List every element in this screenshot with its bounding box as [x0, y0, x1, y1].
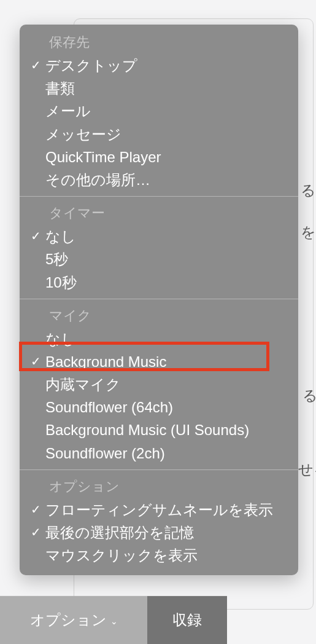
bg-fragment: る	[303, 386, 316, 406]
menu-item-label: 最後の選択部分を記憶	[45, 521, 290, 544]
bg-fragment: を	[301, 222, 316, 242]
menu-item-mic-soundflower-64[interactable]: Soundflower (64ch)	[20, 396, 298, 418]
menu-item-remember-selection[interactable]: ✓ 最後の選択部分を記憶	[20, 521, 298, 544]
menu-item-label: なし	[45, 225, 290, 248]
menu-item-label: メッセージ	[45, 123, 290, 146]
menu-item-label: 10秒	[45, 271, 290, 294]
menu-item-label: 5秒	[45, 248, 290, 270]
menu-item-mic-soundflower-2[interactable]: Soundflower (2ch)	[20, 442, 298, 465]
chevron-down-icon: ⌄	[110, 616, 118, 626]
menu-item-mic-none[interactable]: なし	[20, 328, 298, 350]
checkmark-icon: ✓	[31, 500, 45, 519]
record-button-label: 収録	[172, 610, 202, 630]
section-title-microphone: マイク	[49, 307, 298, 325]
menu-item-timer-5s[interactable]: 5秒	[20, 248, 298, 270]
menu-item-documents[interactable]: 書類	[20, 77, 298, 100]
menu-item-label: フローティングサムネールを表示	[45, 498, 290, 521]
checkmark-icon: ✓	[31, 523, 45, 542]
menu-item-label: 書類	[45, 77, 290, 100]
section-timer: タイマー ✓ なし 5秒 10秒	[20, 196, 298, 299]
menu-item-timer-10s[interactable]: 10秒	[20, 271, 298, 294]
section-microphone: マイク なし ✓ Background Music 内蔵マイク Soundflo…	[20, 299, 298, 469]
menu-item-floating-thumbnail[interactable]: ✓ フローティングサムネールを表示	[20, 498, 298, 521]
menu-item-other-location[interactable]: その他の場所…	[20, 168, 298, 191]
menu-item-label: その他の場所…	[45, 168, 290, 191]
bg-fragment: せる	[298, 460, 316, 479]
menu-item-label: Background Music	[45, 350, 290, 373]
section-title-options: オプション	[49, 477, 298, 496]
menu-item-mic-bgm-ui-sounds[interactable]: Background Music (UI Sounds)	[20, 418, 298, 441]
menu-item-timer-none[interactable]: ✓ なし	[20, 225, 298, 248]
menu-item-label: なし	[45, 328, 290, 350]
checkmark-icon: ✓	[31, 56, 45, 75]
menu-item-label: Soundflower (64ch)	[45, 396, 290, 418]
section-title-save-to: 保存先	[49, 33, 298, 52]
menu-item-label: QuickTime Player	[45, 146, 290, 168]
menu-item-label: Background Music (UI Sounds)	[45, 418, 290, 441]
options-button-label: オプション	[30, 610, 107, 630]
menu-item-label: 内蔵マイク	[45, 373, 290, 396]
menu-item-messages[interactable]: メッセージ	[20, 123, 298, 146]
checkmark-icon: ✓	[31, 352, 45, 371]
checkmark-icon: ✓	[31, 227, 45, 246]
menu-item-mic-internal[interactable]: 内蔵マイク	[20, 373, 298, 396]
menu-item-label: マウスクリックを表示	[45, 544, 290, 567]
record-button[interactable]: 収録	[147, 596, 227, 644]
menu-item-desktop[interactable]: ✓ デスクトップ	[20, 54, 298, 77]
menu-item-label: メール	[45, 100, 290, 122]
menu-item-mail[interactable]: メール	[20, 100, 298, 122]
section-save-to: 保存先 ✓ デスクトップ 書類 メール メッセージ QuickTime Play…	[20, 28, 298, 196]
section-title-timer: タイマー	[49, 204, 298, 222]
menu-item-label: Soundflower (2ch)	[45, 442, 290, 465]
menu-item-label: デスクトップ	[45, 54, 290, 77]
section-options: オプション ✓ フローティングサムネールを表示 ✓ 最後の選択部分を記憶 マウス…	[20, 469, 298, 572]
options-button[interactable]: オプション ⌄	[0, 596, 147, 644]
menu-item-mic-background-music[interactable]: ✓ Background Music	[20, 350, 298, 373]
bg-fragment: るこ	[301, 181, 316, 200]
menu-item-show-mouse-clicks[interactable]: マウスクリックを表示	[20, 544, 298, 567]
menu-item-quicktime[interactable]: QuickTime Player	[20, 146, 298, 168]
options-popup-menu: 保存先 ✓ デスクトップ 書類 メール メッセージ QuickTime Play…	[20, 25, 298, 575]
capture-toolbar: オプション ⌄ 収録	[0, 596, 227, 644]
